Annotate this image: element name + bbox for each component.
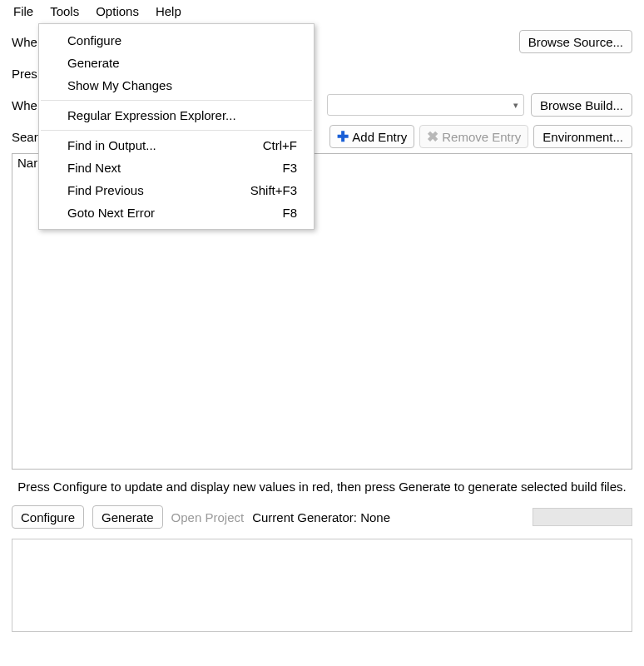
chevron-down-icon: ▾ [513,100,518,111]
menu-item-label: Configure [67,33,121,47]
menu-item-label: Find Next [67,161,121,175]
menu-separator [41,100,312,101]
bottom-buttons: Configure Generate Open Project Current … [0,500,644,534]
menu-item-label: Find Previous [67,183,144,197]
menu-tools[interactable]: Tools [42,2,87,20]
label-preset: Pres [12,67,37,81]
menu-item-find-in-output[interactable]: Find in Output... Ctrl+F [39,134,314,157]
open-project-button: Open Project [171,510,245,524]
menu-item-generate[interactable]: Generate [39,52,314,74]
menu-item-find-next[interactable]: Find Next F3 [39,157,314,179]
menu-file[interactable]: File [5,2,42,20]
menu-help[interactable]: Help [147,2,190,20]
menu-options[interactable]: Options [87,2,147,20]
remove-entry-button[interactable]: ✖ Remove Entry [419,125,528,148]
current-generator-label: Current Generator: None [252,510,390,524]
generate-button[interactable]: Generate [92,505,163,529]
environment-button[interactable]: Environment... [533,125,632,148]
label-search: Sear [12,130,38,144]
add-entry-button[interactable]: ✚ Add Entry [329,125,414,148]
label-source: Whe [12,35,37,49]
label-build: Whe [12,98,37,112]
browse-source-button[interactable]: Browse Source... [519,30,632,53]
menu-item-label: Show My Changes [67,78,172,92]
menu-item-configure[interactable]: Configure [39,29,314,52]
menu-item-label: Generate [67,56,120,70]
menu-item-shortcut: Ctrl+F [263,138,297,152]
menu-item-shortcut: F3 [282,161,297,175]
add-entry-label: Add Entry [352,130,407,144]
menu-item-find-previous[interactable]: Find Previous Shift+F3 [39,179,314,201]
menu-item-shortcut: Shift+F3 [250,183,297,197]
plus-icon: ✚ [337,130,349,144]
menu-item-label: Regular Expression Explorer... [67,108,236,122]
browse-build-button[interactable]: Browse Build... [531,93,632,117]
remove-entry-label: Remove Entry [442,130,521,144]
menu-item-label: Goto Next Error [67,206,155,220]
menu-item-label: Find in Output... [67,138,156,152]
progress-bar [533,508,632,526]
configure-button[interactable]: Configure [12,505,84,529]
menu-separator [41,130,312,131]
menu-item-regex-explorer[interactable]: Regular Expression Explorer... [39,104,314,127]
build-path-combo[interactable]: ▾ [327,94,524,116]
cross-icon: ✖ [427,130,438,144]
menu-item-show-my-changes[interactable]: Show My Changes [39,74,314,97]
menu-item-shortcut: F8 [282,206,297,220]
menu-item-goto-next-error[interactable]: Goto Next Error F8 [39,201,314,224]
menubar: File Tools Options Help [0,0,644,23]
output-panel[interactable] [12,539,632,632]
column-name: Nar [17,156,37,170]
hint-text: Press Configure to update and display ne… [0,473,644,500]
tools-menu-dropdown: Configure Generate Show My Changes Regul… [38,23,315,230]
